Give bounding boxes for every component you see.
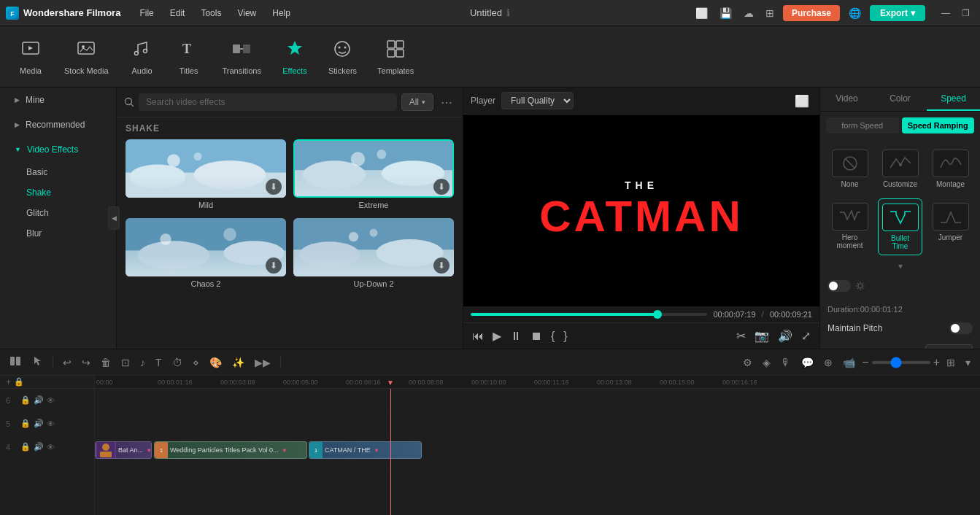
redo-button[interactable]: ↪ [78,355,94,371]
mild-download-button[interactable]: ⬇ [266,179,282,195]
tool-templates[interactable]: Templates [369,34,423,80]
tool-titles[interactable]: T Titles [167,34,211,80]
restore-button[interactable]: ❐ [957,7,974,20]
track-5-visible-icon[interactable]: 👁 [47,419,55,428]
track-6-visible-icon[interactable]: 👁 [47,395,55,405]
voiceover-button[interactable]: 🎙 [777,355,795,371]
pause-button[interactable]: ⏸ [509,328,523,344]
clip-catman[interactable]: 1 CATMAN / THE ♥ [309,441,422,459]
grid-icon[interactable]: ⊞ [763,6,777,20]
more-tl-button[interactable]: ▶▶ [251,355,274,371]
delete-button[interactable]: 🗑 [97,355,115,371]
purchase-button[interactable]: Purchase [783,5,840,21]
presets-chevron-down[interactable]: ▾ [898,261,903,271]
track-5-audio-icon[interactable]: 🔊 [34,419,44,428]
effect-updown2[interactable]: ⬇ Up-Down 2 [293,218,454,290]
collapse-panel-button[interactable]: ◀ [108,206,120,230]
mark-in-button[interactable]: { [549,328,556,344]
lock-button[interactable]: 🔒 [14,377,24,387]
settings2-button[interactable]: ▾ [962,355,974,371]
filter-button[interactable]: All ▾ [401,93,433,111]
tool-stickers[interactable]: Stickers [320,34,366,80]
quality-select[interactable]: Full Quality 1/2 Quality 1/4 Quality [501,92,574,109]
track-4-lock-icon[interactable]: 🔒 [20,442,31,452]
menu-help[interactable]: Help [265,5,298,21]
smooth-toggle[interactable] [827,280,851,292]
settings-tl-button[interactable]: ⚙ [739,355,756,371]
chaos2-download-button[interactable]: ⬇ [266,258,282,274]
zoom-out-button[interactable]: − [862,356,868,369]
tab-video[interactable]: Video [820,88,873,111]
tool-stock[interactable]: Stock Media [55,34,117,80]
menu-view[interactable]: View [230,5,263,21]
speed-tab-ramping[interactable]: Speed Ramping [902,117,975,133]
add-track-button[interactable]: + [6,377,11,387]
updown2-download-button[interactable]: ⬇ [433,258,450,274]
monitor-icon[interactable]: ⬜ [692,6,711,20]
tool-audio[interactable]: Audio [120,34,164,80]
keyframe-button[interactable]: ⋄ [189,355,203,371]
crop-button[interactable]: ✂ [735,328,747,344]
search-input[interactable] [139,93,397,111]
mark-out-button[interactable]: } [562,328,568,344]
volume-button[interactable]: 🔊 [776,328,794,344]
save-icon[interactable]: 💾 [717,6,735,20]
marker-button[interactable]: ◈ [759,355,774,371]
expand-button[interactable]: ⤢ [800,328,812,344]
duration-button[interactable]: ⏱ [169,355,186,371]
progress-bar[interactable] [471,313,707,316]
panel-video-effects[interactable]: ▼ Video Effects [3,139,113,160]
play-button[interactable]: ▶ [491,328,503,344]
maintain-pitch-toggle[interactable] [949,322,973,334]
minimize-button[interactable]: — [937,7,954,20]
track-6-audio-icon[interactable]: 🔊 [34,395,44,405]
preset-montage[interactable]: Montage [928,145,973,193]
menu-tools[interactable]: Tools [193,5,228,21]
globe-icon[interactable]: 🌐 [846,6,864,20]
track-5-lock-icon[interactable]: 🔒 [20,419,31,428]
share-icon[interactable]: ☁ [741,6,757,20]
preset-jumper[interactable]: Jumper [928,198,973,255]
audio-detach-button[interactable]: ♪ [136,355,149,371]
text-button[interactable]: T [152,355,166,371]
sub-blur[interactable]: Blur [3,224,113,243]
speed-tab-uniform[interactable]: form Speed [826,117,899,133]
track-4-visible-icon[interactable]: 👁 [47,442,55,452]
snap-button[interactable]: ⊕ [820,355,836,371]
zoom-slider[interactable] [872,361,930,364]
extreme-download-button[interactable]: ⬇ [433,179,450,195]
zoom-in-button[interactable]: + [933,356,940,369]
snapshot-button[interactable]: 📷 [753,328,771,344]
track-6-lock-icon[interactable]: 🔒 [20,395,31,405]
captions-button[interactable]: 💬 [798,355,817,371]
export-button[interactable]: Export ▾ [870,5,925,21]
tab-color[interactable]: Color [873,88,927,111]
select-mode-button[interactable] [28,353,47,371]
menu-edit[interactable]: Edit [163,5,193,21]
sub-shake[interactable]: Shake [3,183,113,202]
layout-button[interactable]: ⊞ [943,355,959,371]
preset-hero[interactable]: Heromoment [827,198,872,255]
color-tl-button[interactable]: 🎨 [206,355,225,371]
stop-button[interactable]: ⏹ [529,328,544,344]
panel-mine[interactable]: ▶ Mine [3,89,113,111]
preset-bullet[interactable]: BulletTime [878,198,922,255]
split-mode-button[interactable] [6,353,25,371]
clip-wedding[interactable]: 1 Wedding Particles Titles Pack Vol 0...… [154,441,307,459]
preset-customize[interactable]: Customize [878,145,922,193]
more-options-button[interactable]: ⋯ [438,94,455,111]
tab-speed[interactable]: Speed [927,88,980,111]
effect-extreme[interactable]: ⬇ Extreme [293,139,454,211]
fullscreen-icon[interactable]: ⬜ [792,93,812,109]
tool-media[interactable]: Media [9,34,53,80]
panel-recommended[interactable]: ▶ Recommended [3,114,113,136]
effect-chaos2[interactable]: ⬇ Chaos 2 [126,218,286,290]
tool-transitions[interactable]: Transitions [214,34,270,80]
crop-tl-button[interactable]: ⊡ [117,355,134,371]
effect-mild[interactable]: ⬇ Mild [126,139,286,211]
preset-none[interactable]: None [827,145,872,193]
track-4-audio-icon[interactable]: 🔊 [34,442,44,452]
rewind-button[interactable]: ⏮ [471,328,485,344]
tool-effects[interactable]: Effects [273,34,317,80]
sub-basic[interactable]: Basic [3,163,113,182]
